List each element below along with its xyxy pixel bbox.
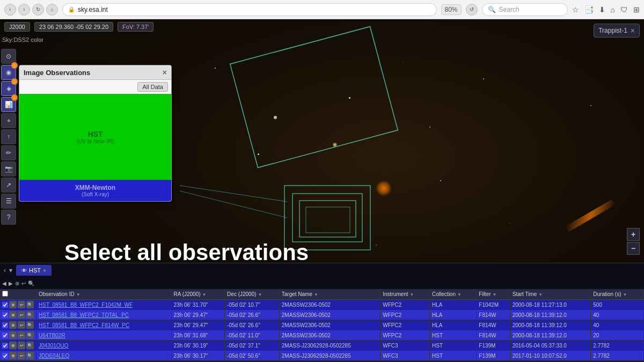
search-row-icon[interactable]: 🔍 [26,311,34,319]
row-controls[interactable]: ⊕ ↩ 🔍 [0,330,36,341]
sidebar-btn-share[interactable]: ↗ [1,178,16,193]
panel-close-button[interactable]: × [163,68,167,77]
go-icon[interactable]: ↩ [18,321,25,329]
col-checkbox[interactable] [0,289,36,300]
cell-target-name: 2MASS-J23062928-0502285 [279,351,380,361]
star-icon[interactable]: ☆ [572,5,579,14]
col-start-time[interactable]: Start Time▼ [510,289,591,300]
zoom-in-button[interactable]: + [627,228,640,241]
sidebar-btn-upload[interactable]: ↑ [1,129,16,144]
hst-tab[interactable]: 👁 HST × [16,265,52,276]
column-settings-icon[interactable]: ⊕ [15,280,19,286]
panel-title: Image Observations [24,69,90,77]
go-icon[interactable]: ↩ [18,311,25,319]
go-to-icon[interactable]: ↩ [21,280,26,286]
row-checkbox[interactable] [2,302,8,308]
extensions-icon[interactable]: ⊞ [633,5,640,14]
col-duration[interactable]: Duration (s)▼ [591,289,644,300]
go-icon[interactable]: ↩ [18,352,25,359]
search-row-icon[interactable]: 🔍 [26,301,34,308]
sky-map[interactable]: J2000 23 06 29.360 -05 02 29.20 FoV: 7.3… [0,19,644,362]
trappist-close-button[interactable]: × [631,26,635,35]
go-icon[interactable]: ↩ [18,301,25,308]
select-all-checkbox[interactable] [2,291,8,297]
table-row: ⊕ ↩ 🔍 J04301OUQ23h 06' 30.19"-05d 02' 37… [0,341,644,351]
row-controls[interactable]: ⊕ ↩ 🔍 [0,320,36,330]
hst-tab-close-button[interactable]: × [43,268,46,274]
search-bar[interactable]: 🔍 Search [482,3,568,16]
search-row-icon[interactable]: 🔍 [26,352,34,359]
sidebar-btn-help[interactable]: ? [1,210,16,225]
search-row-icon[interactable]: 🔍 [26,331,34,339]
cell-obs-id[interactable]: HST_08581_B8_WFPC2_F1042M_WF [36,300,172,310]
next-page-icon[interactable]: ▶ [9,280,13,286]
target-icon[interactable]: ⊕ [9,331,17,339]
col-filter[interactable]: Filter▼ [477,289,510,300]
target-icon[interactable]: ⊕ [9,311,17,319]
target-icon[interactable]: ⊕ [9,352,17,359]
tab-scroll-down[interactable]: ▾ [8,267,14,274]
refresh-icon[interactable]: ↺ [466,4,478,16]
trappist-search-box[interactable]: Trappist-1 × [594,24,640,38]
sidebar-btn-pointer[interactable]: ⌖ [1,113,16,128]
target-icon[interactable]: ⊕ [9,342,17,349]
row-checkbox[interactable] [2,322,8,328]
target-icon[interactable]: ⊕ [9,301,17,308]
cell-obs-id[interactable]: HST_08581_B8_WFPC2_TOTAL_PC [36,310,172,320]
cell-obs-id[interactable]: JDDE04LEQ [36,351,172,361]
col-obs-id[interactable]: Observation ID▼ [36,289,172,300]
sidebar-btn-draw[interactable]: ✏ [1,145,16,160]
shield-icon[interactable]: 🛡 [620,5,628,14]
row-controls[interactable]: ⊕ ↩ 🔍 [0,351,36,361]
row-checkbox[interactable] [2,343,8,349]
row-controls[interactable]: ⊕ ↩ 🔍 [0,341,36,351]
home-icon[interactable]: ⌂ [611,5,615,14]
cell-ra: 23h 06' 30.17" [171,351,225,361]
search-row-icon[interactable]: 🔍 [26,342,34,349]
cell-obs-id[interactable]: J04301OUQ [36,341,172,351]
bookmark-icon[interactable]: 📑 [584,5,594,14]
cell-instrument: WFPC2 [380,300,430,310]
sidebar-btn-catalog[interactable]: ◈ 2 [1,81,16,96]
reload-button[interactable]: ↻ [32,4,44,16]
go-icon[interactable]: ↩ [18,331,25,339]
url-bar[interactable]: 🔒 sky.esa.int [62,3,437,16]
all-data-button[interactable]: All Data [137,82,168,92]
xmm-block[interactable]: XMM-Newton (Soft X-ray) [19,180,171,201]
col-instrument[interactable]: Instrument▼ [380,289,430,300]
go-icon[interactable]: ↩ [18,342,25,349]
observations-table-wrapper[interactable]: Observation ID▼ RA (J2000)▼ Dec (J2000)▼… [0,289,644,361]
cell-instrument: WFC3 [380,351,430,361]
sidebar-btn-sky[interactable]: ⊙ [1,49,16,64]
sidebar-btn-charts[interactable]: 📊 4 [1,97,16,112]
row-checkbox[interactable] [2,312,8,318]
col-target[interactable]: Target Name▼ [279,289,380,300]
tab-scroll-left[interactable]: ‹ [2,267,8,274]
col-collection[interactable]: Collection▼ [430,289,477,300]
sidebar-btn-menu[interactable]: ☰ [1,194,16,209]
row-checkbox[interactable] [2,333,8,338]
sidebar-btn-layers[interactable]: ◉ 1 [1,65,16,80]
col-dec[interactable]: Dec (J2000)▼ [225,289,280,300]
row-checkbox[interactable] [2,353,8,359]
col-ra[interactable]: RA (J2000)▼ [171,289,225,300]
hst-block[interactable]: HST (UV to Near-IR) [19,94,171,180]
home-button[interactable]: ⌂ [46,4,58,16]
cell-filter: F139M [477,351,510,361]
cell-obs-id[interactable]: HST_08581_B8_WFPC2_F814W_PC [36,320,172,330]
row-controls[interactable]: ⊕ ↩ 🔍 [0,310,36,320]
zoom-out-button[interactable]: − [627,242,640,255]
back-button[interactable]: ‹ [4,4,16,16]
sidebar-btn-capture[interactable]: 📷 [1,161,16,176]
table-row: ⊕ ↩ 🔍 HST_08581_B8_WFPC2_F1042M_WF23h 06… [0,300,644,310]
row-controls[interactable]: ⊕ ↩ 🔍 [0,300,36,310]
target-icon[interactable]: ⊕ [9,321,17,329]
cell-instrument: WFPC2 [380,320,430,330]
prev-page-icon[interactable]: ◀ [2,280,6,286]
download-icon[interactable]: ⬇ [599,5,605,14]
cell-obs-id[interactable]: U64TB02R [36,330,172,341]
magnify-icon[interactable]: 🔍 [28,280,34,286]
star [258,153,259,155]
search-row-icon[interactable]: 🔍 [26,321,34,329]
forward-button[interactable]: › [18,4,30,16]
